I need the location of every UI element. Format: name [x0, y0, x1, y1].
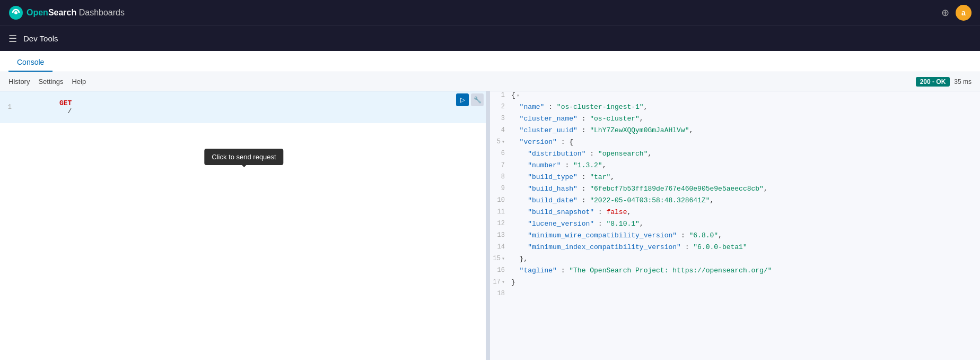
output-line-2: 2 "name" : "os-cluster-ingest-1", [490, 103, 980, 115]
output-panel: 1 {▾ 2 "name" : "os-cluster-ingest-1", 3… [490, 91, 980, 360]
avatar[interactable]: a [956, 5, 972, 21]
editor-area[interactable]: 1 GET / [0, 91, 488, 360]
status-badge-area: 200 - OK 35 ms [916, 77, 972, 87]
logo-text: OpenSearch Dashboards [27, 8, 125, 18]
svg-point-1 [14, 11, 18, 14]
logo-icon [8, 5, 23, 20]
line-content-1: GET / [18, 91, 486, 123]
output-line-12: 12 "lucene_version" : "8.10.1", [490, 220, 980, 232]
fold-15[interactable]: ▾ [502, 256, 505, 262]
hamburger-icon[interactable]: ☰ [8, 33, 17, 45]
output-line-8: 8 "build_type" : "tar", [490, 173, 980, 185]
topbar-right: ⊕ a [941, 5, 972, 21]
main-content: 1 GET / ▷ 🔧 Click to send request 1 {▾ [0, 91, 980, 360]
output-line-3: 3 "cluster_name" : "os-cluster", [490, 115, 980, 126]
output-line-14: 14 "minimum_index_compatibility_version"… [490, 243, 980, 255]
tabbar: Console [0, 51, 980, 72]
topbar-left: OpenSearch Dashboards [8, 5, 125, 20]
output-line-16: 16 "tagline" : "The OpenSearch Project: … [490, 267, 980, 278]
page-title: Dev Tools [23, 34, 58, 43]
toolbar-help[interactable]: Help [72, 78, 86, 85]
toolbar: History Settings Help 200 - OK 35 ms [0, 72, 980, 91]
output-line-6: 6 "distribution" : "opensearch", [490, 150, 980, 161]
topbar: OpenSearch Dashboards ⊕ a [0, 0, 980, 25]
output-line-4: 4 "cluster_uuid" : "LhY7ZewXQQym0GmJaAHl… [490, 126, 980, 138]
globe-icon[interactable]: ⊕ [941, 7, 949, 19]
output-line-5: 5▾ "version" : { [490, 138, 980, 150]
response-time: 35 ms [954, 78, 972, 85]
output-line-1: 1 {▾ [490, 91, 980, 103]
fold-1[interactable]: ▾ [517, 93, 520, 99]
menubar: ☰ Dev Tools [0, 25, 980, 51]
output-line-13: 13 "minimum_wire_compatibility_version" … [490, 232, 980, 243]
output-line-18: 18 [490, 290, 980, 302]
tab-console[interactable]: Console [8, 54, 52, 72]
toolbar-history[interactable]: History [8, 78, 30, 85]
toolbar-settings[interactable]: Settings [38, 78, 63, 85]
resize-handle[interactable] [486, 91, 488, 360]
method-label: GET [59, 99, 72, 107]
output-line-17: 17▾ } [490, 278, 980, 290]
send-request-button[interactable]: ▷ [456, 93, 469, 106]
output-line-9: 9 "build_hash" : "6febcf7b53ff189de767e4… [490, 185, 980, 196]
output-line-7: 7 "number" : "1.3.2", [490, 161, 980, 173]
line-number-1: 1 [2, 104, 18, 111]
output-line-10: 10 "build_date" : "2022-05-04T03:58:48.3… [490, 196, 980, 208]
fold-17[interactable]: ▾ [502, 279, 505, 285]
fold-5[interactable]: ▾ [502, 139, 505, 145]
editor-line-1: 1 GET / [0, 91, 488, 123]
status-badge: 200 - OK [916, 77, 950, 87]
output-line-15: 15▾ }, [490, 255, 980, 267]
path-label: / [59, 107, 72, 115]
editor-panel: 1 GET / ▷ 🔧 Click to send request [0, 91, 490, 360]
editor-toolbar: ▷ 🔧 [456, 93, 484, 106]
wrench-button[interactable]: 🔧 [471, 93, 484, 106]
logo: OpenSearch Dashboards [8, 5, 125, 20]
output-line-11: 11 "build_snapshot" : false, [490, 208, 980, 220]
